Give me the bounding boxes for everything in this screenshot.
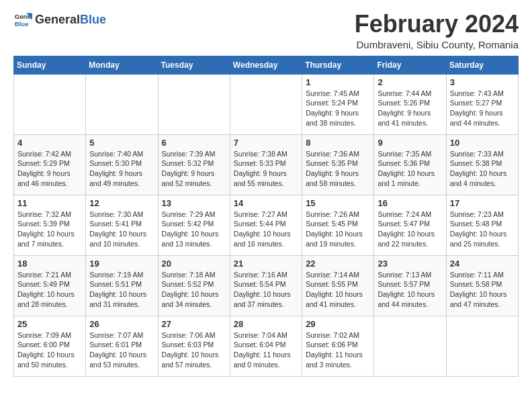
day-number: 1 <box>306 77 370 87</box>
calendar-table: SundayMondayTuesdayWednesdayThursdayFrid… <box>13 56 519 377</box>
day-number: 20 <box>162 259 226 269</box>
day-info: Sunrise: 7:14 AM Sunset: 5:55 PM Dayligh… <box>306 270 370 310</box>
calendar-cell <box>86 74 158 134</box>
day-number: 13 <box>162 198 226 208</box>
day-of-week-header: Sunday <box>14 56 86 74</box>
day-of-week-header: Wednesday <box>230 56 302 74</box>
calendar-cell <box>158 74 230 134</box>
day-number: 5 <box>89 138 154 148</box>
day-number: 16 <box>378 198 442 208</box>
calendar-cell: 18Sunrise: 7:21 AM Sunset: 5:49 PM Dayli… <box>14 255 86 316</box>
calendar-cell <box>446 316 518 376</box>
title-area: February 2024 Dumbraveni, Sibiu County, … <box>355 11 519 50</box>
calendar-cell: 26Sunrise: 7:07 AM Sunset: 6:01 PM Dayli… <box>86 316 158 376</box>
header: General Blue GeneralBlue February 2024 D… <box>13 11 519 50</box>
calendar-cell: 9Sunrise: 7:35 AM Sunset: 5:36 PM Daylig… <box>374 134 446 195</box>
day-number: 21 <box>234 259 298 269</box>
day-number: 28 <box>234 319 298 329</box>
day-number: 17 <box>450 198 515 208</box>
day-info: Sunrise: 7:44 AM Sunset: 5:26 PM Dayligh… <box>378 89 442 128</box>
day-number: 26 <box>89 319 154 329</box>
day-number: 18 <box>17 259 82 269</box>
calendar-cell: 10Sunrise: 7:33 AM Sunset: 5:38 PM Dayli… <box>446 134 518 195</box>
location-title: Dumbraveni, Sibiu County, Romania <box>355 39 519 50</box>
calendar-header-row: SundayMondayTuesdayWednesdayThursdayFrid… <box>14 56 519 74</box>
calendar-cell: 5Sunrise: 7:40 AM Sunset: 5:30 PM Daylig… <box>86 134 158 195</box>
calendar-week-row: 4Sunrise: 7:42 AM Sunset: 5:29 PM Daylig… <box>14 134 519 195</box>
calendar-cell: 28Sunrise: 7:04 AM Sunset: 6:04 PM Dayli… <box>230 316 302 376</box>
calendar-cell: 29Sunrise: 7:02 AM Sunset: 6:06 PM Dayli… <box>302 316 374 376</box>
day-info: Sunrise: 7:18 AM Sunset: 5:52 PM Dayligh… <box>162 270 226 310</box>
calendar-cell: 8Sunrise: 7:36 AM Sunset: 5:35 PM Daylig… <box>302 134 374 195</box>
calendar-cell: 1Sunrise: 7:45 AM Sunset: 5:24 PM Daylig… <box>302 74 374 134</box>
day-info: Sunrise: 7:32 AM Sunset: 5:39 PM Dayligh… <box>17 210 82 249</box>
day-number: 9 <box>378 138 442 148</box>
day-number: 29 <box>306 319 370 329</box>
calendar-cell <box>230 74 302 134</box>
calendar-cell: 13Sunrise: 7:29 AM Sunset: 5:42 PM Dayli… <box>158 195 230 255</box>
calendar-cell: 23Sunrise: 7:13 AM Sunset: 5:57 PM Dayli… <box>374 255 446 316</box>
day-number: 27 <box>162 319 226 329</box>
day-info: Sunrise: 7:42 AM Sunset: 5:29 PM Dayligh… <box>17 149 82 189</box>
calendar-cell: 7Sunrise: 7:38 AM Sunset: 5:33 PM Daylig… <box>230 134 302 195</box>
logo-general-text: General <box>35 13 80 26</box>
day-info: Sunrise: 7:27 AM Sunset: 5:44 PM Dayligh… <box>234 210 298 249</box>
day-info: Sunrise: 7:13 AM Sunset: 5:57 PM Dayligh… <box>378 270 442 310</box>
day-number: 7 <box>234 138 298 148</box>
calendar-cell: 6Sunrise: 7:39 AM Sunset: 5:32 PM Daylig… <box>158 134 230 195</box>
calendar-cell: 2Sunrise: 7:44 AM Sunset: 5:26 PM Daylig… <box>374 74 446 134</box>
calendar-cell: 16Sunrise: 7:24 AM Sunset: 5:47 PM Dayli… <box>374 195 446 255</box>
day-info: Sunrise: 7:45 AM Sunset: 5:24 PM Dayligh… <box>306 89 370 128</box>
calendar-cell: 4Sunrise: 7:42 AM Sunset: 5:29 PM Daylig… <box>14 134 86 195</box>
day-number: 10 <box>450 138 515 148</box>
day-info: Sunrise: 7:26 AM Sunset: 5:45 PM Dayligh… <box>306 210 370 249</box>
day-info: Sunrise: 7:07 AM Sunset: 6:01 PM Dayligh… <box>89 330 154 370</box>
day-number: 6 <box>162 138 226 148</box>
day-info: Sunrise: 7:23 AM Sunset: 5:48 PM Dayligh… <box>450 210 515 249</box>
calendar-cell: 27Sunrise: 7:06 AM Sunset: 6:03 PM Dayli… <box>158 316 230 376</box>
day-number: 22 <box>306 259 370 269</box>
calendar-cell <box>14 74 86 134</box>
calendar-cell: 17Sunrise: 7:23 AM Sunset: 5:48 PM Dayli… <box>446 195 518 255</box>
calendar-cell: 22Sunrise: 7:14 AM Sunset: 5:55 PM Dayli… <box>302 255 374 316</box>
day-info: Sunrise: 7:16 AM Sunset: 5:54 PM Dayligh… <box>234 270 298 310</box>
day-number: 19 <box>89 259 154 269</box>
day-of-week-header: Friday <box>374 56 446 74</box>
day-number: 25 <box>17 319 82 329</box>
calendar-cell: 24Sunrise: 7:11 AM Sunset: 5:58 PM Dayli… <box>446 255 518 316</box>
calendar-cell: 11Sunrise: 7:32 AM Sunset: 5:39 PM Dayli… <box>14 195 86 255</box>
day-info: Sunrise: 7:04 AM Sunset: 6:04 PM Dayligh… <box>234 330 298 370</box>
day-number: 4 <box>17 138 82 148</box>
day-number: 8 <box>306 138 370 148</box>
calendar-cell: 19Sunrise: 7:19 AM Sunset: 5:51 PM Dayli… <box>86 255 158 316</box>
day-info: Sunrise: 7:11 AM Sunset: 5:58 PM Dayligh… <box>450 270 515 310</box>
day-number: 2 <box>378 77 442 87</box>
day-info: Sunrise: 7:09 AM Sunset: 6:00 PM Dayligh… <box>17 330 82 370</box>
day-info: Sunrise: 7:02 AM Sunset: 6:06 PM Dayligh… <box>306 330 370 370</box>
calendar-cell: 15Sunrise: 7:26 AM Sunset: 5:45 PM Dayli… <box>302 195 374 255</box>
day-info: Sunrise: 7:39 AM Sunset: 5:32 PM Dayligh… <box>162 149 226 189</box>
calendar-week-row: 18Sunrise: 7:21 AM Sunset: 5:49 PM Dayli… <box>14 255 519 316</box>
calendar-week-row: 25Sunrise: 7:09 AM Sunset: 6:00 PM Dayli… <box>14 316 519 376</box>
day-of-week-header: Monday <box>86 56 158 74</box>
calendar-cell: 25Sunrise: 7:09 AM Sunset: 6:00 PM Dayli… <box>14 316 86 376</box>
day-info: Sunrise: 7:38 AM Sunset: 5:33 PM Dayligh… <box>234 149 298 189</box>
month-title: February 2024 <box>355 11 519 38</box>
calendar-week-row: 1Sunrise: 7:45 AM Sunset: 5:24 PM Daylig… <box>14 74 519 134</box>
logo: General Blue GeneralBlue <box>13 11 106 30</box>
day-info: Sunrise: 7:24 AM Sunset: 5:47 PM Dayligh… <box>378 210 442 249</box>
day-info: Sunrise: 7:19 AM Sunset: 5:51 PM Dayligh… <box>89 270 154 310</box>
day-number: 11 <box>17 198 82 208</box>
logo-blue-text: Blue <box>80 13 106 26</box>
day-number: 14 <box>234 198 298 208</box>
calendar-cell: 12Sunrise: 7:30 AM Sunset: 5:41 PM Dayli… <box>86 195 158 255</box>
calendar-cell <box>374 316 446 376</box>
day-of-week-header: Tuesday <box>158 56 230 74</box>
day-info: Sunrise: 7:30 AM Sunset: 5:41 PM Dayligh… <box>89 210 154 249</box>
day-info: Sunrise: 7:40 AM Sunset: 5:30 PM Dayligh… <box>89 149 154 189</box>
day-number: 12 <box>89 198 154 208</box>
day-of-week-header: Thursday <box>302 56 374 74</box>
day-of-week-header: Saturday <box>446 56 518 74</box>
day-number: 24 <box>450 259 515 269</box>
calendar-cell: 21Sunrise: 7:16 AM Sunset: 5:54 PM Dayli… <box>230 255 302 316</box>
